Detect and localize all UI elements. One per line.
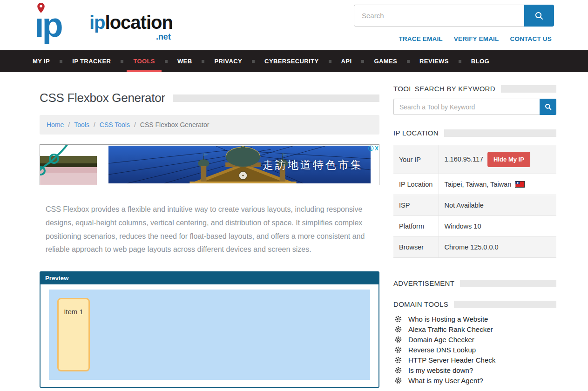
title-decorative-bar bbox=[173, 94, 379, 102]
contact-us-link[interactable]: CONTACT US bbox=[510, 35, 552, 42]
domain-tool-link-domain-age[interactable]: Domain Age Checker bbox=[408, 336, 474, 344]
search-icon bbox=[544, 103, 552, 111]
nav-item-reviews[interactable]: REVIEWS bbox=[413, 50, 455, 72]
nav-separator bbox=[252, 60, 255, 63]
heading-decorative-bar bbox=[501, 85, 556, 93]
flex-item-1[interactable]: Item 1 bbox=[57, 298, 90, 371]
search-icon bbox=[534, 11, 544, 21]
verify-email-link[interactable]: VERIFY EMAIL bbox=[454, 35, 499, 42]
breadcrumb-separator: / bbox=[68, 121, 70, 128]
nav-separator bbox=[202, 60, 204, 63]
gear-icon bbox=[394, 336, 402, 344]
gear-icon bbox=[394, 346, 402, 354]
ad-left-image bbox=[40, 145, 97, 185]
logo-word-ip: ip bbox=[89, 12, 105, 33]
sidebar: TOOL SEARCH BY KEYWORD IP LOCATION Your … bbox=[393, 72, 556, 391]
list-item: Domain Age Checker bbox=[394, 336, 556, 343]
main-nav: MY IP IP TRACKER TOOLS WEB PRIVACY CYBER… bbox=[0, 50, 588, 72]
nav-item-api[interactable]: API bbox=[335, 50, 358, 72]
nav-item-blog[interactable]: BLOG bbox=[465, 50, 496, 72]
hide-my-ip-button[interactable]: Hide My IP bbox=[487, 152, 530, 167]
row-label: IP Location bbox=[393, 174, 439, 195]
nav-item-games[interactable]: GAMES bbox=[367, 50, 404, 72]
ad-banner[interactable]: 走訪地道特色市集 ⓘ X bbox=[40, 144, 379, 185]
domain-tool-link-http-header[interactable]: HTTP Server Header Check bbox=[408, 356, 495, 364]
row-label: Platform bbox=[393, 216, 439, 237]
domain-tool-link-reverse-dns[interactable]: Reverse DNS Lookup bbox=[408, 346, 476, 354]
advertisement-heading: ADVERTISEMENT bbox=[393, 279, 556, 287]
nav-separator bbox=[165, 60, 168, 63]
row-label: Browser bbox=[393, 237, 439, 258]
trace-email-link[interactable]: TRACE EMAIL bbox=[399, 35, 442, 42]
nav-item-tools[interactable]: TOOLS bbox=[127, 50, 162, 72]
taiwan-flag-icon bbox=[515, 181, 525, 188]
site-header: ıp iplocation .net bbox=[0, 0, 588, 50]
page: ıp iplocation .net bbox=[0, 0, 588, 391]
tool-description: CSS Flexbox provides a flexible and intu… bbox=[46, 203, 372, 256]
tool-search-heading: TOOL SEARCH BY KEYWORD bbox=[393, 85, 556, 93]
row-label: Your IP bbox=[393, 145, 439, 174]
nav-item-ip-tracker[interactable]: IP TRACKER bbox=[66, 50, 117, 72]
domain-tool-link-hosting[interactable]: Who is Hosting a Website bbox=[408, 315, 488, 323]
ad-close-icon[interactable]: X bbox=[375, 145, 378, 152]
breadcrumb-separator: / bbox=[94, 121, 95, 128]
title-row: CSS Flexbox Generator bbox=[40, 91, 379, 105]
domain-tool-link-website-down[interactable]: Is my website down? bbox=[408, 366, 473, 374]
gear-icon bbox=[394, 377, 402, 384]
nav-separator bbox=[329, 60, 331, 63]
site-search-form bbox=[354, 5, 554, 27]
domain-tools-list: Who is Hosting a Website Alexa Traffic R… bbox=[394, 316, 556, 387]
page-title: CSS Flexbox Generator bbox=[40, 91, 165, 105]
nav-item-my-ip[interactable]: MY IP bbox=[26, 50, 56, 72]
gear-icon bbox=[394, 315, 402, 323]
tool-search-input[interactable] bbox=[393, 99, 540, 115]
ad-overlay-text: 走訪地道特色市集 bbox=[263, 157, 363, 172]
nav-separator bbox=[60, 60, 62, 63]
breadcrumb-home[interactable]: Home bbox=[47, 121, 64, 128]
tool-search-heading-label: TOOL SEARCH BY KEYWORD bbox=[393, 85, 495, 93]
table-row: Your IP 1.160.95.117Hide My IP bbox=[393, 145, 556, 174]
browser-value: Chrome 125.0.0.0 bbox=[439, 237, 556, 258]
tool-search-button[interactable] bbox=[540, 99, 556, 115]
nav-item-web[interactable]: WEB bbox=[171, 50, 199, 72]
breadcrumb-css-tools[interactable]: CSS Tools bbox=[100, 121, 130, 128]
nav-separator bbox=[459, 60, 461, 63]
ad-info-icon[interactable]: ⓘ bbox=[368, 145, 374, 152]
domain-tools-heading-label: DOMAIN TOOLS bbox=[393, 300, 448, 308]
site-logo[interactable]: ıp iplocation .net bbox=[34, 2, 173, 38]
domain-tool-link-user-agent[interactable]: What is my User Agent? bbox=[408, 377, 483, 384]
site-search-button[interactable] bbox=[524, 5, 554, 27]
list-item: Reverse DNS Lookup bbox=[394, 346, 556, 353]
flex-container-demo: Item 1 bbox=[49, 290, 370, 380]
header-links: TRACE EMAIL VERIFY EMAIL CONTACT US bbox=[399, 35, 552, 42]
ad-choice-icons: ⓘ X bbox=[368, 145, 378, 152]
gear-icon bbox=[394, 356, 402, 364]
nav-item-cybersecurity[interactable]: CYBERSECURITY bbox=[258, 50, 325, 72]
preview-panel: Preview Item 1 bbox=[40, 271, 379, 388]
table-row: ISP Not Available bbox=[393, 195, 556, 216]
logo-mark: ıp bbox=[34, 2, 89, 38]
isp-value: Not Available bbox=[439, 195, 556, 216]
heading-decorative-bar bbox=[454, 301, 556, 308]
heading-decorative-bar bbox=[460, 280, 556, 287]
preview-body: Item 1 bbox=[41, 284, 378, 387]
nav-separator bbox=[121, 60, 123, 63]
list-item: What is my User Agent? bbox=[394, 377, 556, 384]
list-item: Alexa Traffic Rank Checker bbox=[394, 326, 556, 333]
tool-search-form bbox=[393, 99, 556, 115]
breadcrumb-current: CSS Flexbox Generator bbox=[140, 121, 210, 128]
heading-decorative-bar bbox=[444, 129, 556, 137]
nav-item-privacy[interactable]: PRIVACY bbox=[208, 50, 249, 72]
breadcrumb-tools[interactable]: Tools bbox=[74, 121, 89, 128]
row-label: ISP bbox=[393, 195, 439, 216]
breadcrumb: Home / Tools / CSS Tools / CSS Flexbox G… bbox=[40, 115, 379, 135]
logo-wordmark: iplocation .net bbox=[89, 13, 173, 38]
advertisement-heading-label: ADVERTISEMENT bbox=[393, 279, 454, 287]
main-content: CSS Flexbox Generator Home / Tools / CSS… bbox=[40, 72, 379, 391]
domain-tool-link-alexa-rank[interactable]: Alexa Traffic Rank Checker bbox=[408, 325, 493, 333]
breadcrumb-separator: / bbox=[134, 121, 136, 128]
table-row: Browser Chrome 125.0.0.0 bbox=[393, 237, 556, 258]
map-pin-icon bbox=[37, 3, 45, 13]
site-search-input[interactable] bbox=[354, 5, 524, 27]
list-item: Is my website down? bbox=[394, 367, 556, 374]
